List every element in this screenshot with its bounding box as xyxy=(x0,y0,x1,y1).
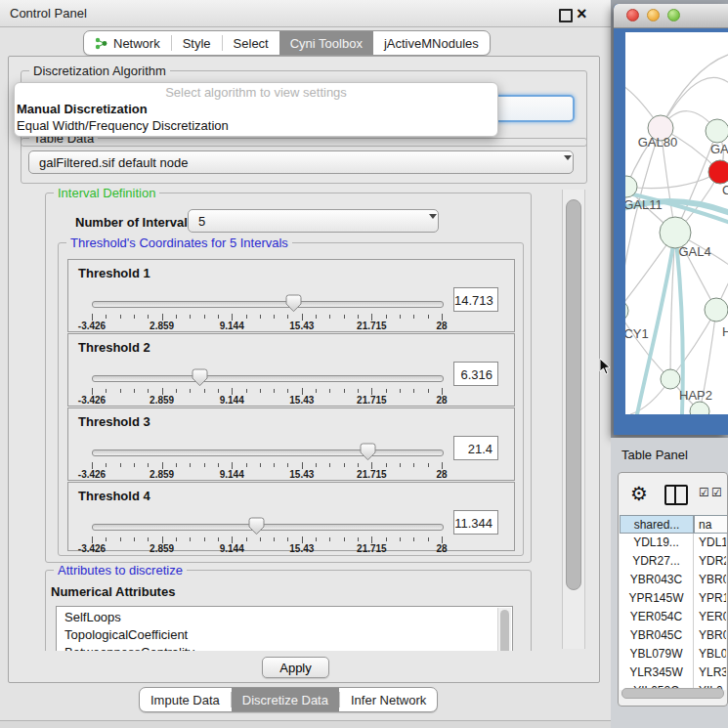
cell-name[interactable]: YDL1 xyxy=(694,534,726,552)
number-of-intervals-combobox[interactable]: 5 xyxy=(188,209,439,233)
table-row[interactable]: YDL19...YDL1 xyxy=(620,534,726,552)
tick-mark xyxy=(92,462,93,469)
threshold-slider-thumb[interactable] xyxy=(192,368,208,387)
network-node[interactable] xyxy=(705,298,728,321)
tick-mark xyxy=(246,315,247,319)
tick-mark xyxy=(442,314,443,321)
column-header-shared-name[interactable]: shared... xyxy=(620,515,694,534)
table-row[interactable]: YLR345WYLR3 xyxy=(620,664,726,682)
tick-mark xyxy=(274,537,275,541)
tab-select[interactable]: Select xyxy=(223,31,279,55)
combobox-arrows-icon xyxy=(421,215,430,233)
table-horizontal-scrollbar[interactable] xyxy=(621,688,724,699)
tab-cyni-toolbox[interactable]: Cyni Toolbox xyxy=(279,31,373,55)
network-node[interactable] xyxy=(661,369,680,389)
tick-mark xyxy=(287,463,288,467)
bottom-tab-infer-network[interactable]: Infer Network xyxy=(340,688,437,711)
float-window-icon[interactable] xyxy=(559,9,573,22)
threshold-slider-thumb[interactable] xyxy=(285,294,302,313)
dropdown-item[interactable]: Manual Discretization xyxy=(15,101,497,117)
dropdown-item[interactable]: Equal Width/Frequency Discretization xyxy=(15,117,497,134)
cell-name[interactable]: YDR2 xyxy=(694,552,726,571)
threshold-slider-track[interactable] xyxy=(92,524,444,531)
bottom-tab-impute-data[interactable]: Impute Data xyxy=(140,688,231,711)
tick-mark xyxy=(134,389,135,393)
tab-network[interactable]: Network xyxy=(84,31,171,55)
table-row[interactable]: YDR27...YDR2 xyxy=(620,552,726,571)
cell-name[interactable]: YBR0 xyxy=(694,571,726,589)
network-node[interactable] xyxy=(708,160,728,184)
cell-shared-name[interactable]: YPR145W xyxy=(620,589,694,608)
apply-button[interactable]: Apply xyxy=(262,657,329,678)
cell-shared-name[interactable]: YDL19... xyxy=(620,534,694,552)
attribute-item[interactable]: TopologicalCoefficient xyxy=(57,626,512,644)
threshold-slider-track[interactable] xyxy=(92,301,444,308)
tab-style[interactable]: Style xyxy=(172,31,222,55)
gear-icon[interactable]: ⚙ xyxy=(630,481,648,506)
table-row[interactable]: YER054CYER0 xyxy=(620,608,726,626)
tab-jactivemnodules[interactable]: jActiveMNodules xyxy=(373,31,490,55)
cell-shared-name[interactable]: YBR045C xyxy=(620,626,694,645)
threshold-value-field[interactable]: 11.344 xyxy=(453,510,498,535)
threshold-value-field[interactable]: 14.713 xyxy=(453,287,498,312)
tab-label: Style xyxy=(183,36,211,51)
tick-mark xyxy=(106,463,107,467)
close-traffic-light-icon[interactable] xyxy=(626,9,639,21)
tick-mark xyxy=(344,463,345,467)
tick-mark xyxy=(218,463,219,467)
network-edge xyxy=(625,128,661,311)
threshold-slider-thumb[interactable] xyxy=(360,443,376,461)
cell-shared-name[interactable]: YBL079W xyxy=(620,645,694,664)
mouse-cursor xyxy=(599,358,611,375)
attribute-item[interactable]: SelfLoops xyxy=(57,609,512,626)
bottom-tab-discretize-data[interactable]: Discretize Data xyxy=(232,688,339,711)
table-row[interactable]: YBR045CYBR0 xyxy=(620,626,726,645)
minimize-traffic-light-icon[interactable] xyxy=(647,9,660,21)
attribute-item[interactable]: BetweennessCentrality xyxy=(57,644,512,651)
tick-label: 9.144 xyxy=(220,469,244,480)
network-node[interactable] xyxy=(625,300,628,321)
checkbox-icon[interactable]: ☑ xyxy=(711,486,722,499)
tab-content: Discretization Algorithm Select algorith… xyxy=(8,56,600,683)
cell-shared-name[interactable]: YBR043C xyxy=(620,571,694,589)
threshold-slider-track[interactable] xyxy=(92,450,444,456)
checkbox-icon[interactable]: ☑ xyxy=(699,486,709,499)
threshold-value-field[interactable]: 21.4 xyxy=(453,436,498,460)
cell-shared-name[interactable]: YER054C xyxy=(620,608,694,626)
table-row[interactable]: YBR043CYBR0 xyxy=(620,571,726,589)
cell-name[interactable]: YBR0 xyxy=(694,626,726,645)
network-canvas[interactable]: GAL80GACGAL11GAL4GCY1HHAP2 xyxy=(625,32,728,414)
network-node[interactable] xyxy=(706,119,728,143)
list-scrollbar-thumb[interactable] xyxy=(500,610,509,651)
tick-mark xyxy=(218,389,219,393)
table-row[interactable]: YBL079WYBL0 xyxy=(620,645,726,664)
tick-label: 2.859 xyxy=(150,321,174,331)
threshold-slider-track[interactable] xyxy=(92,375,444,382)
cell-shared-name[interactable]: YDR27... xyxy=(620,552,694,571)
network-node-label: GAL4 xyxy=(678,244,710,259)
settings-scrollbar-track[interactable] xyxy=(562,190,585,649)
settings-scrollbar-thumb[interactable] xyxy=(566,199,581,590)
cell-name[interactable]: YER0 xyxy=(694,608,726,626)
tick-mark xyxy=(162,536,163,543)
tick-mark xyxy=(260,389,261,393)
zoom-traffic-light-icon[interactable] xyxy=(667,9,680,21)
split-columns-icon[interactable] xyxy=(664,485,688,505)
tick-mark xyxy=(329,537,330,541)
attributes-listbox[interactable]: SelfLoopsTopologicalCoefficientBetweenne… xyxy=(56,606,513,651)
cell-name[interactable]: YBL0 xyxy=(694,645,726,664)
close-icon[interactable]: × xyxy=(577,1,587,26)
cell-name[interactable]: YPR1 xyxy=(694,589,726,608)
list-scrollbar-track[interactable] xyxy=(497,608,511,651)
threshold-slider-thumb[interactable] xyxy=(248,517,265,535)
tick-mark xyxy=(260,463,261,467)
column-header-name[interactable]: na xyxy=(694,515,728,534)
tick-mark xyxy=(358,463,359,467)
tick-mark xyxy=(148,315,149,319)
threshold-value-field[interactable]: 6.316 xyxy=(453,362,498,386)
cell-shared-name[interactable]: YLR345W xyxy=(620,664,694,682)
table-row[interactable]: YPR145WYPR1 xyxy=(620,589,726,608)
cell-name[interactable]: YLR3 xyxy=(694,664,726,682)
table-data-combobox[interactable]: galFiltered.sif default node xyxy=(28,150,574,174)
tick-mark xyxy=(246,389,247,393)
